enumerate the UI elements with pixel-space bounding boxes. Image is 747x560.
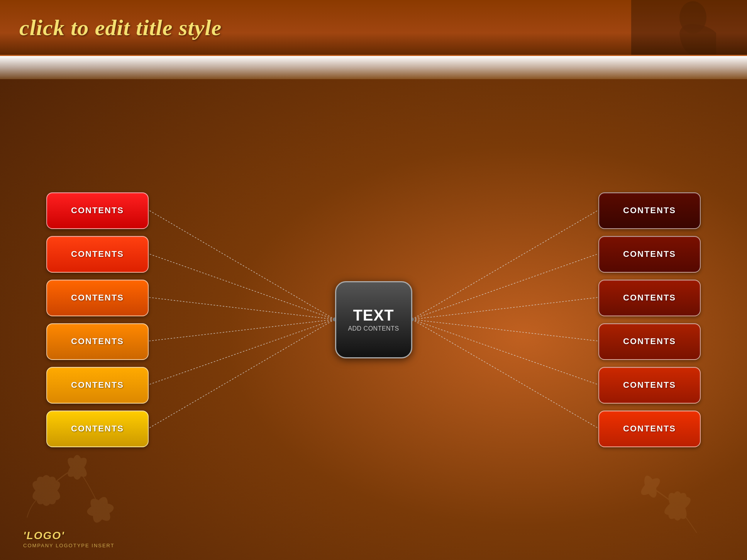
center-sub-text: ADD CONTENTS bbox=[348, 325, 399, 332]
header-silhouette bbox=[639, 0, 716, 56]
logo-area: 'LOGO' COMPANY LOGOTYPE INSERT bbox=[23, 529, 115, 548]
svg-line-30 bbox=[412, 254, 598, 319]
right-box-1-label: CONTENTS bbox=[623, 205, 676, 216]
title[interactable]: click to edit title style bbox=[19, 15, 222, 41]
left-box-3[interactable]: CONTENTS bbox=[46, 280, 149, 316]
logo-text: 'LOGO' bbox=[23, 529, 115, 542]
svg-line-26 bbox=[149, 319, 335, 341]
right-box-6[interactable]: CONTENTS bbox=[598, 411, 701, 447]
left-boxes-container: CONTENTSCONTENTSCONTENTSCONTENTSCONTENTS… bbox=[46, 79, 149, 560]
svg-line-27 bbox=[149, 319, 335, 385]
right-box-3[interactable]: CONTENTS bbox=[598, 280, 701, 316]
left-box-1-label: CONTENTS bbox=[71, 205, 124, 216]
header: click to edit title style bbox=[0, 0, 747, 56]
white-band bbox=[0, 56, 747, 79]
right-box-3-label: CONTENTS bbox=[623, 293, 676, 303]
logo-subtext: COMPANY LOGOTYPE INSERT bbox=[23, 543, 115, 548]
svg-line-31 bbox=[412, 297, 598, 319]
right-box-2[interactable]: CONTENTS bbox=[598, 236, 701, 273]
center-main-text: TEXT bbox=[353, 307, 394, 323]
right-box-4-label: CONTENTS bbox=[623, 336, 676, 346]
svg-line-29 bbox=[412, 210, 598, 319]
left-box-2-label: CONTENTS bbox=[71, 249, 124, 259]
svg-line-24 bbox=[149, 254, 335, 319]
right-box-4[interactable]: CONTENTS bbox=[598, 323, 701, 360]
svg-line-34 bbox=[412, 319, 598, 428]
right-box-5[interactable]: CONTENTS bbox=[598, 367, 701, 404]
center-node[interactable]: TEXT ADD CONTENTS bbox=[335, 281, 412, 358]
svg-line-25 bbox=[149, 297, 335, 319]
right-box-6-label: CONTENTS bbox=[623, 424, 676, 434]
left-box-3-label: CONTENTS bbox=[71, 293, 124, 303]
svg-line-23 bbox=[149, 210, 335, 319]
content-area: .connector { stroke: #ddd; stroke-width:… bbox=[0, 79, 747, 560]
svg-line-33 bbox=[412, 319, 598, 385]
svg-point-22 bbox=[679, 1, 706, 34]
left-box-4-label: CONTENTS bbox=[71, 336, 124, 346]
right-boxes-container: CONTENTSCONTENTSCONTENTSCONTENTSCONTENTS… bbox=[598, 79, 701, 560]
left-box-6[interactable]: CONTENTS bbox=[46, 411, 149, 447]
left-box-1[interactable]: CONTENTS bbox=[46, 192, 149, 229]
right-box-5-label: CONTENTS bbox=[623, 380, 676, 390]
left-box-5[interactable]: CONTENTS bbox=[46, 367, 149, 404]
right-box-2-label: CONTENTS bbox=[623, 249, 676, 259]
svg-line-32 bbox=[412, 319, 598, 341]
left-box-5-label: CONTENTS bbox=[71, 380, 124, 390]
svg-line-28 bbox=[149, 319, 335, 428]
left-box-6-label: CONTENTS bbox=[71, 424, 124, 434]
left-box-2[interactable]: CONTENTS bbox=[46, 236, 149, 273]
left-box-4[interactable]: CONTENTS bbox=[46, 323, 149, 360]
right-box-1[interactable]: CONTENTS bbox=[598, 192, 701, 229]
